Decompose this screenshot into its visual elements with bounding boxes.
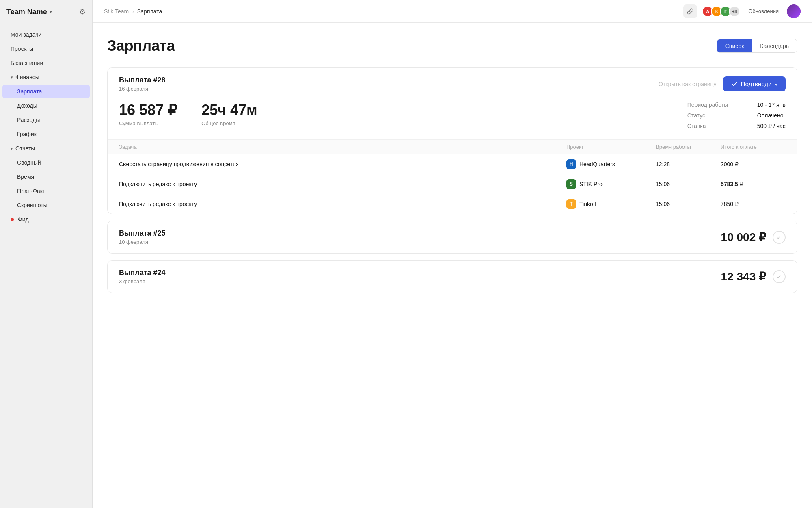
amount-value: 16 587 ₽ <box>119 102 177 119</box>
task-amount: 2000 ₽ <box>721 161 786 167</box>
breadcrumb-parent[interactable]: Stik Team <box>104 8 129 15</box>
time-label: Общее время <box>201 120 257 126</box>
task-name: Подключить редакс к проекту <box>119 181 566 187</box>
sidebar-nav: Мои задачи Проекты База знаний ▾ Финансы… <box>0 24 92 508</box>
team-name-button[interactable]: Team Name ▾ <box>6 8 52 16</box>
table-row[interactable]: Подключить редакс к проекту T Tinkoff 15… <box>108 194 797 214</box>
confirm-btn-label: Подтвердить <box>741 80 777 87</box>
sidebar-section-finance[interactable]: ▾ Финансы <box>2 70 90 84</box>
sidebar-section-reports[interactable]: ▾ Отчеты <box>2 141 90 155</box>
sidebar-item-label: Сводный <box>17 159 41 166</box>
sidebar-item-feed[interactable]: Фид <box>2 213 90 226</box>
project-name: Tinkoff <box>579 201 596 207</box>
sidebar-item-label: Отчеты <box>15 145 35 152</box>
payment-number-24: Выплата #24 <box>119 269 166 277</box>
sidebar-item-label: План-Факт <box>17 188 45 194</box>
summary-time: 25ч 47м Общее время <box>201 102 257 126</box>
meta-rate: Ставка 500 ₽ / час <box>687 123 786 129</box>
task-amount: 7850 ₽ <box>721 201 786 207</box>
sidebar-item-graph[interactable]: График <box>2 127 90 141</box>
project-name: HeadQuarters <box>579 161 615 167</box>
meta-rate-val: 500 ₽ / час <box>757 123 786 129</box>
sidebar-item-my-tasks[interactable]: Мои задачи <box>2 28 90 41</box>
user-avatar[interactable] <box>787 4 801 18</box>
payment-info-28: Выплата #28 16 февраля <box>119 76 166 92</box>
view-list-button[interactable]: Список <box>717 39 752 52</box>
view-calendar-button[interactable]: Календарь <box>752 39 797 52</box>
sidebar-item-label: Расходы <box>17 117 40 123</box>
task-name: Сверстать страницу продвижения в соцсетя… <box>119 161 566 167</box>
payment-actions-28: Открыть как страницу Подтвердить <box>659 76 786 91</box>
sidebar-item-screenshots[interactable]: Скриншоты <box>2 198 90 212</box>
open-page-link-28[interactable]: Открыть как страницу <box>659 81 717 87</box>
meta-status-val: Оплачено <box>757 112 784 119</box>
sidebar-item-label: Проекты <box>11 46 33 52</box>
meta-status-key: Статус <box>687 112 744 119</box>
payment-card-24: Выплата #24 3 февраля 12 343 ₽ ✓ <box>107 260 797 293</box>
sidebar-item-knowledge[interactable]: База знаний <box>2 56 90 70</box>
updates-button[interactable]: Обновления <box>745 7 782 16</box>
sidebar-item-label: Зарплата <box>17 88 42 95</box>
link-icon-button[interactable] <box>683 4 697 18</box>
payment-info-24: Выплата #24 3 февраля <box>119 269 166 284</box>
th-time: Время работы <box>656 144 721 150</box>
th-project: Проект <box>566 144 656 150</box>
sidebar-item-summary[interactable]: Сводный <box>2 156 90 169</box>
task-time: 15:06 <box>656 181 721 187</box>
sidebar-header: Team Name ▾ ⚙ <box>0 0 92 24</box>
page-title: Зарплата <box>107 37 175 54</box>
sidebar-item-plan-fact[interactable]: План-Факт <box>2 184 90 198</box>
project-avatar: T <box>566 199 576 209</box>
time-value: 25ч 47м <box>201 102 257 119</box>
payment-amount-24: 12 343 ₽ <box>721 270 766 283</box>
team-name-label: Team Name <box>6 8 47 16</box>
sidebar-item-projects[interactable]: Проекты <box>2 42 90 56</box>
project-cell: H HeadQuarters <box>566 159 656 169</box>
page-header: Зарплата Список Календарь <box>107 37 797 54</box>
chevron-down-icon: ▾ <box>50 9 52 15</box>
payment-card-25: Выплата #25 10 февраля 10 002 ₽ ✓ <box>107 221 797 254</box>
check-icon-25[interactable]: ✓ <box>773 231 786 244</box>
payment-card-header-28: Выплата #28 16 февраля Открыть как стран… <box>108 68 797 98</box>
sidebar-item-label: Финансы <box>15 74 39 80</box>
feed-dot-icon <box>11 218 14 221</box>
task-name: Подключить редакс к проекту <box>119 201 566 207</box>
chevron-down-icon: ▾ <box>11 146 13 151</box>
avatar-count: +8 <box>729 6 740 17</box>
sidebar-item-label: Фид <box>18 216 29 223</box>
table-row[interactable]: Подключить редакс к проекту S STIK Pro 1… <box>108 174 797 194</box>
project-avatar: S <box>566 179 576 189</box>
payment-date-25: 10 февраля <box>119 239 166 245</box>
task-amount: 5783.5 ₽ <box>721 181 786 187</box>
project-name: STIK Pro <box>579 181 603 187</box>
sidebar-item-time[interactable]: Время <box>2 170 90 184</box>
th-task: Задача <box>119 144 566 150</box>
sidebar: Team Name ▾ ⚙ Мои задачи Проекты База зн… <box>0 0 93 508</box>
payment-card-28: Выплата #28 16 февраля Открыть как стран… <box>107 67 797 214</box>
table-row[interactable]: Сверстать страницу продвижения в соцсетя… <box>108 154 797 174</box>
sidebar-item-income[interactable]: Доходы <box>2 99 90 113</box>
meta-rate-key: Ставка <box>687 123 744 129</box>
payment-date-28: 16 февраля <box>119 86 166 92</box>
meta-period-val: 10 - 17 янв <box>757 102 786 108</box>
payment-number-28: Выплата #28 <box>119 76 166 85</box>
sidebar-item-label: График <box>17 131 37 137</box>
main-content: Stik Team › Зарплата А К Г +8 Обновления… <box>93 0 812 508</box>
payment-number-25: Выплата #25 <box>119 229 166 238</box>
project-cell: T Tinkoff <box>566 199 656 209</box>
sidebar-item-expenses[interactable]: Расходы <box>2 113 90 127</box>
sidebar-item-label: Скриншоты <box>17 202 48 208</box>
project-cell: S STIK Pro <box>566 179 656 189</box>
gear-icon[interactable]: ⚙ <box>79 7 86 16</box>
check-icon-24[interactable]: ✓ <box>773 270 786 283</box>
sidebar-item-salary[interactable]: Зарплата <box>2 85 90 98</box>
chevron-down-icon: ▾ <box>11 75 13 80</box>
breadcrumb-separator: › <box>132 8 134 15</box>
sidebar-item-label: Время <box>17 174 34 180</box>
table-header-row: Задача Проект Время работы Итого к оплат… <box>108 139 797 154</box>
payment-amount-25: 10 002 ₽ <box>721 230 766 244</box>
confirm-button-28[interactable]: Подтвердить <box>723 76 786 91</box>
amount-label: Сумма выплаты <box>119 120 177 126</box>
payment-summary-28: 16 587 ₽ Сумма выплаты 25ч 47м Общее вре… <box>108 98 797 139</box>
meta-status: Статус Оплачено <box>687 112 786 119</box>
